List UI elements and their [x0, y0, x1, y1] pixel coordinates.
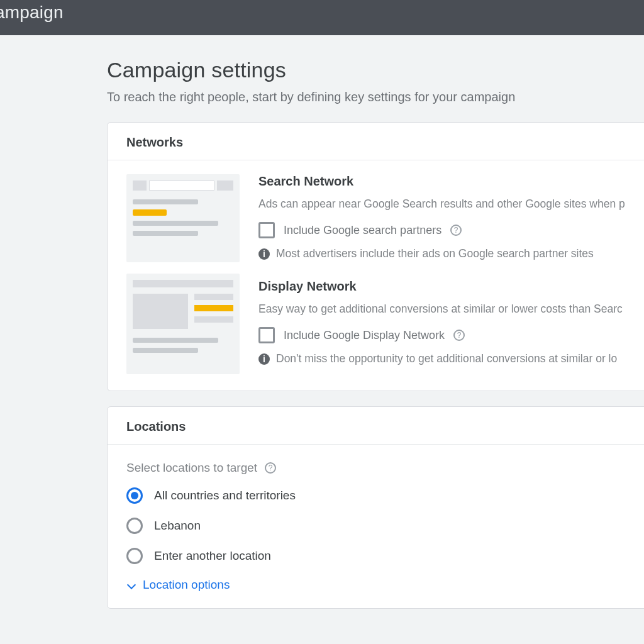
network-illustrations — [126, 174, 240, 374]
network-settings: Search Network Ads can appear near Googl… — [258, 174, 644, 374]
top-bar: ampaign — [0, 0, 644, 35]
location-radio-another[interactable]: Enter another location — [126, 548, 644, 564]
location-radio-all[interactable]: All countries and territories — [126, 487, 644, 504]
display-network-hint: Don't miss the opportunity to get additi… — [276, 352, 617, 365]
page-content: Campaign settings To reach the right peo… — [0, 35, 644, 609]
locations-card: Locations Select locations to target ? A… — [107, 406, 644, 609]
networks-card: Networks — [107, 122, 644, 391]
search-network-desc: Ads can appear near Google Search result… — [258, 197, 644, 211]
info-icon: i — [258, 353, 270, 365]
locations-prompt: Select locations to target — [126, 461, 257, 475]
include-display-network-label: Include Google Display Network — [284, 329, 445, 342]
help-icon[interactable]: ? — [453, 330, 465, 341]
include-display-network-checkbox[interactable] — [258, 327, 275, 343]
top-bar-title: ampaign — [0, 3, 64, 23]
radio-icon — [126, 487, 143, 504]
include-search-partners-checkbox[interactable] — [258, 222, 275, 238]
location-options-toggle[interactable]: Location options — [126, 578, 644, 592]
display-network-illustration — [126, 274, 240, 374]
page-subtitle: To reach the right people, start by defi… — [107, 90, 644, 104]
location-radio-lebanon[interactable]: Lebanon — [126, 518, 644, 534]
include-search-partners-label: Include Google search partners — [284, 224, 441, 237]
page-title: Campaign settings — [107, 58, 644, 82]
display-network-title: Display Network — [258, 279, 644, 294]
search-network-title: Search Network — [258, 174, 644, 189]
info-icon: i — [258, 248, 270, 260]
search-network-illustration — [126, 174, 240, 262]
help-icon[interactable]: ? — [450, 225, 462, 236]
locations-card-title: Locations — [108, 407, 644, 445]
display-network-desc: Easy way to get additional conversions a… — [258, 303, 644, 316]
search-network-hint: Most advertisers include their ads on Go… — [276, 247, 594, 260]
help-icon[interactable]: ? — [265, 462, 276, 474]
chevron-down-icon — [126, 580, 136, 590]
radio-icon — [126, 548, 143, 564]
radio-icon — [126, 518, 143, 534]
networks-card-title: Networks — [108, 123, 644, 160]
